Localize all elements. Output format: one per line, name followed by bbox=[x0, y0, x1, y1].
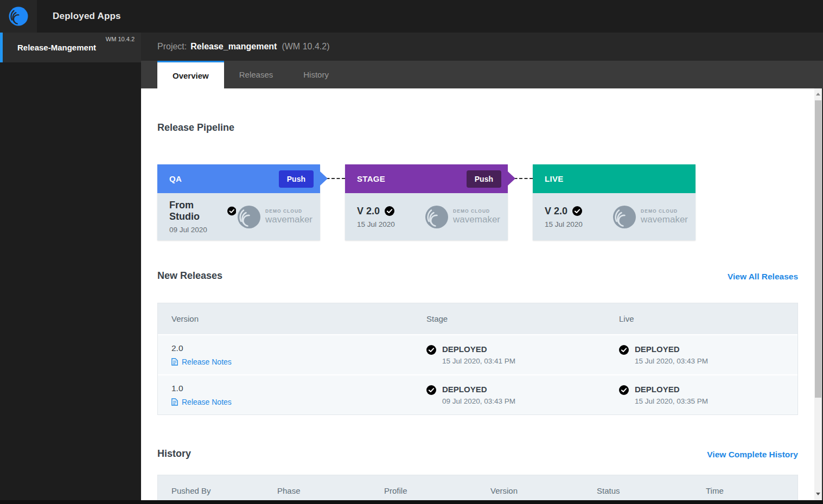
window-bottom-edge bbox=[0, 500, 823, 504]
column-profile: Profile bbox=[384, 486, 490, 495]
success-check-icon bbox=[385, 206, 394, 216]
demo-cloud-logo: DEMO CLOUD wavemaker bbox=[236, 204, 312, 230]
new-releases-heading-row: New Releases View All Releases bbox=[157, 270, 798, 282]
scrollbar-thumb[interactable] bbox=[815, 100, 821, 398]
tab-bar: Overview Releases History bbox=[141, 61, 823, 88]
qa-arrow-icon bbox=[320, 171, 328, 186]
wavemaker-logo[interactable] bbox=[0, 0, 37, 33]
release-notes-link[interactable]: Release Notes bbox=[171, 358, 426, 366]
sidebar-app-name: Release-Mangement bbox=[17, 43, 96, 52]
version-number: 2.0 bbox=[171, 343, 426, 353]
success-check-icon bbox=[572, 206, 582, 216]
history-table: Pushed By Phase Profile Version Status T… bbox=[157, 475, 798, 500]
column-phase: Phase bbox=[277, 486, 384, 495]
top-bar: Deployed Apps bbox=[0, 0, 823, 33]
cloud-logo-line2: wavemaker bbox=[265, 214, 312, 225]
qa-card-body: From Studio 09 Jul 2020 DEMO CLOUD wavem… bbox=[157, 193, 320, 240]
qa-deploy-info: From Studio 09 Jul 2020 bbox=[169, 200, 236, 234]
qa-version: From Studio bbox=[169, 200, 222, 222]
success-check-icon bbox=[426, 345, 436, 355]
overview-content: Release Pipeline QA Push From Studio bbox=[141, 88, 814, 500]
table-row: 1.0 Release Notes DEPLOYED 09 Jul 2020, … bbox=[158, 374, 798, 414]
new-releases-table: Version Stage Live 2.0 Release Notes DEP… bbox=[157, 303, 798, 415]
demo-cloud-logo: DEMO CLOUD wavemaker bbox=[611, 204, 688, 230]
column-status: Status bbox=[597, 486, 706, 495]
live-stage-name: LIVE bbox=[545, 174, 564, 183]
cloud-logo-line2: wavemaker bbox=[641, 214, 688, 225]
view-all-releases-link[interactable]: View All Releases bbox=[728, 272, 798, 282]
status-badge: DEPLOYED bbox=[635, 344, 708, 354]
sidebar: Release-Mangement WM 10.4.2 bbox=[0, 33, 141, 504]
stage-push-button[interactable]: Push bbox=[467, 170, 501, 188]
qa-stage-name: QA bbox=[169, 174, 182, 183]
document-icon bbox=[171, 358, 178, 366]
wavemaker-wave-icon bbox=[236, 204, 262, 230]
new-releases-table-header: Version Stage Live bbox=[158, 303, 798, 334]
live-card-body: V 2.0 15 Jul 2020 DEMO CLOUD wavemaker bbox=[533, 193, 696, 240]
pipeline-card-stage: STAGE Push V 2.0 15 Jul 2020 bbox=[345, 164, 508, 240]
tab-history[interactable]: History bbox=[288, 61, 344, 88]
live-deploy-info: V 2.0 15 Jul 2020 bbox=[545, 206, 583, 228]
column-live: Live bbox=[619, 314, 798, 323]
history-heading-row: History View Complete History bbox=[157, 448, 798, 460]
wavemaker-wave-icon bbox=[424, 204, 450, 230]
release-pipeline: QA Push From Studio 09 Jul 2020 bbox=[157, 164, 798, 240]
status-timestamp: 15 Jul 2020, 03:41 PM bbox=[442, 357, 515, 365]
view-complete-history-link[interactable]: View Complete History bbox=[707, 450, 798, 460]
stage-date: 15 Jul 2020 bbox=[357, 220, 395, 228]
live-status-cell: DEPLOYED 15 Jul 2020, 03:43 PM bbox=[619, 344, 798, 365]
status-timestamp: 15 Jul 2020, 03:43 PM bbox=[635, 357, 708, 365]
qa-push-button[interactable]: Push bbox=[279, 170, 314, 188]
success-check-icon bbox=[619, 345, 629, 355]
live-status-cell: DEPLOYED 15 Jul 2020, 03:35 PM bbox=[619, 385, 798, 405]
cloud-logo-line1: DEMO CLOUD bbox=[265, 208, 312, 214]
project-label: Project: bbox=[157, 42, 187, 52]
project-name: Release_mangement bbox=[190, 42, 277, 52]
release-notes-link[interactable]: Release Notes bbox=[171, 398, 426, 406]
wavemaker-wave-icon bbox=[611, 204, 637, 230]
cloud-logo-line1: DEMO CLOUD bbox=[453, 208, 500, 214]
scroll-up-icon[interactable] bbox=[816, 93, 820, 95]
release-notes-label: Release Notes bbox=[182, 358, 232, 366]
sidebar-app-version: WM 10.4.2 bbox=[106, 36, 135, 42]
page-title: Deployed Apps bbox=[53, 0, 121, 33]
stage-stage-name: STAGE bbox=[357, 174, 385, 183]
history-heading: History bbox=[157, 448, 191, 460]
live-date: 15 Jul 2020 bbox=[545, 220, 583, 228]
vertical-scrollbar[interactable] bbox=[814, 88, 822, 500]
live-card-header: LIVE bbox=[533, 164, 696, 193]
stage-status-cell: DEPLOYED 09 Jul 2020, 03:43 PM bbox=[426, 385, 619, 405]
deployed-apps-window: Deployed Apps Release-Mangement WM 10.4.… bbox=[0, 0, 823, 504]
live-version: V 2.0 bbox=[545, 206, 567, 217]
project-version: (WM 10.4.2) bbox=[282, 42, 329, 52]
status-badge: DEPLOYED bbox=[442, 385, 515, 394]
table-row: 2.0 Release Notes DEPLOYED 15 Jul 2020, … bbox=[158, 334, 798, 374]
status-badge: DEPLOYED bbox=[635, 385, 708, 394]
wavemaker-wave-icon bbox=[8, 5, 29, 27]
stage-status-cell: DEPLOYED 15 Jul 2020, 03:41 PM bbox=[426, 344, 619, 365]
stage-arrow-icon bbox=[508, 171, 515, 186]
history-table-header: Pushed By Phase Profile Version Status T… bbox=[158, 475, 798, 500]
new-releases-heading: New Releases bbox=[157, 270, 222, 282]
qa-card-header: QA Push bbox=[157, 164, 320, 193]
release-notes-label: Release Notes bbox=[182, 398, 232, 406]
tab-releases[interactable]: Releases bbox=[224, 61, 289, 88]
status-timestamp: 09 Jul 2020, 03:43 PM bbox=[442, 397, 515, 405]
stage-deploy-info: V 2.0 15 Jul 2020 bbox=[357, 206, 395, 228]
pipeline-card-live: LIVE V 2.0 15 Jul 2020 DEMO CLOUD bbox=[533, 164, 696, 240]
column-pushed-by: Pushed By bbox=[171, 486, 277, 495]
release-pipeline-heading: Release Pipeline bbox=[157, 88, 798, 133]
version-cell: 1.0 Release Notes bbox=[171, 384, 426, 406]
past-check-icon bbox=[619, 385, 629, 395]
scroll-down-icon[interactable] bbox=[816, 493, 820, 495]
document-icon bbox=[171, 398, 178, 406]
status-badge: DEPLOYED bbox=[442, 344, 515, 354]
stage-card-body: V 2.0 15 Jul 2020 DEMO CLOUD wavemaker bbox=[345, 193, 508, 240]
sidebar-item-release-management[interactable]: Release-Mangement WM 10.4.2 bbox=[0, 33, 141, 62]
column-version: Version bbox=[171, 314, 426, 323]
cloud-logo-line2: wavemaker bbox=[453, 214, 500, 225]
column-stage: Stage bbox=[426, 314, 619, 323]
tab-overview[interactable]: Overview bbox=[157, 61, 224, 88]
stage-version: V 2.0 bbox=[357, 206, 380, 217]
demo-cloud-logo: DEMO CLOUD wavemaker bbox=[424, 204, 500, 230]
